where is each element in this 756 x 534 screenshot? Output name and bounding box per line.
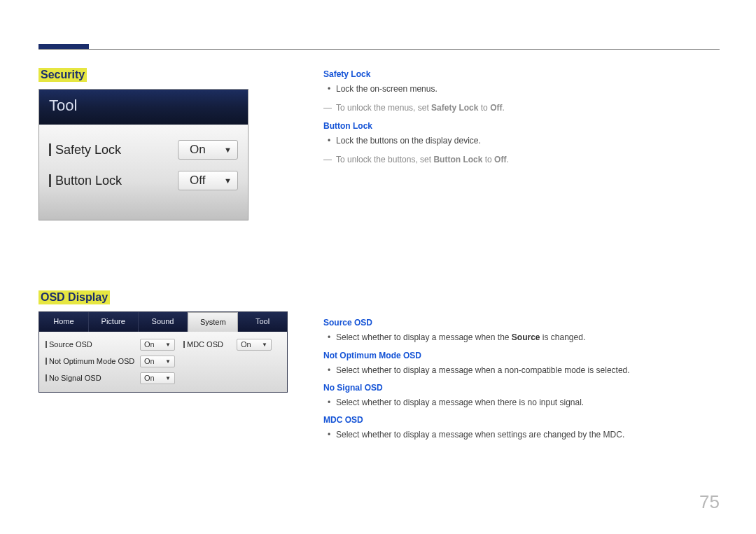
- tool-row-label: Safety Lock: [49, 143, 121, 157]
- tab-system[interactable]: System: [188, 312, 238, 332]
- header-mark: [38, 44, 89, 49]
- tab-sound[interactable]: Sound: [139, 312, 188, 332]
- chevron-down-icon: ▼: [224, 176, 232, 185]
- no-signal-list: Select whether to display a message when…: [323, 395, 729, 409]
- osd-tabs: Home Picture Sound System Tool: [39, 312, 287, 332]
- osd-item-label: Not Optimum Mode OSD: [43, 357, 140, 365]
- not-optimum-dropdown[interactable]: On ▼: [140, 356, 175, 367]
- osd-row: Not Optimum Mode OSD On ▼: [43, 353, 283, 370]
- mdc-osd-title: MDC OSD: [323, 415, 729, 425]
- osd-grid: Source OSD On ▼ MDC OSD On ▼ Not Optimum…: [39, 332, 287, 392]
- source-osd-list: Select whether to display a message when…: [323, 330, 729, 344]
- tool-row-label: Button Lock: [49, 174, 122, 188]
- page-number: 75: [699, 491, 720, 513]
- not-optimum-list: Select whether to display a message when…: [323, 363, 729, 377]
- tool-panel-title: Tool: [39, 90, 248, 125]
- osd-display-heading: OSD Display: [38, 290, 110, 304]
- tab-tool[interactable]: Tool: [238, 312, 287, 332]
- list-item: Lock the on-screen menus.: [323, 82, 729, 96]
- list-item: Lock the buttons on the display device.: [323, 134, 729, 148]
- button-lock-title: Button Lock: [323, 121, 729, 131]
- chevron-down-icon: ▼: [165, 375, 171, 381]
- osd-row: No Signal OSD On ▼: [43, 370, 283, 386]
- chevron-down-icon: ▼: [262, 342, 267, 348]
- button-lock-list: Lock the buttons on the display device.: [323, 134, 729, 148]
- tool-row-button-lock: Button Lock Off ▼: [46, 165, 241, 196]
- security-heading: Security: [38, 68, 87, 82]
- no-signal-dropdown[interactable]: On ▼: [140, 372, 175, 384]
- mdc-osd-list: Select whether to display a message when…: [323, 428, 729, 442]
- safety-lock-list: Lock the on-screen menus.: [323, 82, 729, 96]
- dropdown-value: Off: [190, 174, 205, 188]
- no-signal-title: No Signal OSD: [323, 383, 729, 393]
- tool-panel-body: Safety Lock On ▼ Button Lock Off ▼: [39, 125, 248, 220]
- source-osd-dropdown[interactable]: On ▼: [140, 339, 175, 351]
- osd-item-label: No Signal OSD: [43, 374, 140, 382]
- button-lock-note: To unlock the buttons, set Button Lock t…: [323, 153, 729, 167]
- list-item: Select whether to display a message when…: [323, 330, 729, 344]
- tool-row-safety-lock: Safety Lock On ▼: [46, 134, 241, 165]
- list-item: Select whether to display a message when…: [323, 395, 729, 409]
- dropdown-value: On: [241, 340, 251, 349]
- tab-home[interactable]: Home: [39, 312, 89, 332]
- left-column: Security Tool Safety Lock On ▼ Button Lo…: [38, 68, 290, 393]
- osd-row: Source OSD On ▼ MDC OSD On ▼: [43, 336, 283, 353]
- header-rule: [38, 49, 720, 50]
- list-item: Select whether to display a message when…: [323, 428, 729, 442]
- list-item: Select whether to display a message when…: [323, 363, 729, 377]
- chevron-down-icon: ▼: [165, 358, 171, 365]
- osd-panel: Home Picture Sound System Tool Source OS…: [38, 311, 288, 393]
- safety-lock-title: Safety Lock: [323, 69, 729, 79]
- chevron-down-icon: ▼: [224, 146, 232, 154]
- dropdown-value: On: [144, 340, 155, 349]
- dropdown-value: On: [144, 357, 155, 365]
- osd-item-label: Source OSD: [43, 340, 140, 349]
- safety-lock-dropdown[interactable]: On ▼: [178, 140, 238, 160]
- mdc-osd-dropdown[interactable]: On ▼: [237, 339, 272, 351]
- source-osd-title: Source OSD: [323, 318, 729, 328]
- button-lock-dropdown[interactable]: Off ▼: [178, 171, 238, 190]
- tool-panel: Tool Safety Lock On ▼ Button Lock Off ▼: [38, 89, 248, 220]
- dropdown-value: On: [190, 143, 206, 157]
- chevron-down-icon: ▼: [165, 342, 171, 348]
- osd-item-label: MDC OSD: [183, 340, 237, 349]
- safety-lock-note: To unlock the menus, set Safety Lock to …: [323, 101, 729, 115]
- not-optimum-title: Not Optimum Mode OSD: [323, 351, 729, 360]
- dropdown-value: On: [144, 374, 155, 382]
- tab-picture[interactable]: Picture: [89, 312, 139, 332]
- right-column: Safety Lock Lock the on-screen menus. To…: [323, 68, 729, 448]
